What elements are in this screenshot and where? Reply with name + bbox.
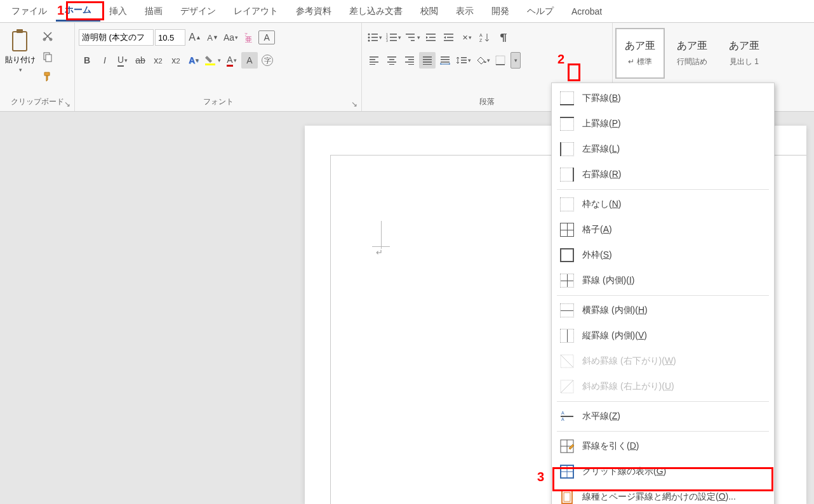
copy-button[interactable] xyxy=(39,48,56,65)
text-effects-button[interactable]: A▾ xyxy=(185,52,202,69)
svg-rect-43 xyxy=(408,64,414,65)
brush-icon xyxy=(42,71,53,83)
outdent-icon xyxy=(425,32,437,43)
menu-border-inside[interactable]: 罫線 (内側)(I) xyxy=(552,268,774,293)
dialog-launcher-icon[interactable]: ↘ xyxy=(350,100,359,109)
line-spacing-button[interactable]: ▾ xyxy=(455,52,472,69)
italic-button[interactable]: I xyxy=(97,52,113,69)
align-center-icon xyxy=(387,56,397,65)
svg-rect-25 xyxy=(429,37,436,38)
enclose-char-button[interactable]: 字 xyxy=(259,52,276,69)
font-size-select[interactable] xyxy=(155,29,185,46)
tab-draw[interactable]: 描画 xyxy=(136,2,171,21)
group-font: A▲ A▼ Aa▾ ア亜 A B I U▾ ab x2 x2 A▾ ▾ A▾ A… xyxy=(75,23,362,111)
distribute-button[interactable] xyxy=(437,52,453,69)
paste-button[interactable]: 貼り付け ▾ xyxy=(4,25,37,75)
menu-border-top[interactable]: 上罫線(P) xyxy=(552,111,774,136)
pencil-border-icon xyxy=(560,439,574,453)
menu-border-left[interactable]: 左罫線(L) xyxy=(552,136,774,162)
shading-button[interactable]: ▾ xyxy=(474,52,491,69)
shrink-font-button[interactable]: A▼ xyxy=(204,29,221,46)
align-right-button[interactable] xyxy=(401,52,418,69)
subscript-button[interactable]: x2 xyxy=(150,52,166,69)
tab-insert[interactable]: 挿入 xyxy=(100,2,136,21)
svg-text:亜: 亜 xyxy=(245,36,252,43)
enclose-characters-button[interactable]: A xyxy=(258,30,275,44)
menu-horizontal-line[interactable]: AA水平線(Z) xyxy=(552,404,774,429)
grow-font-button[interactable]: A▲ xyxy=(187,29,203,46)
underline-button[interactable]: U▾ xyxy=(114,52,131,69)
menu-border-inside-v[interactable]: 縦罫線 (内側)(V) xyxy=(552,323,774,348)
callout-box-3 xyxy=(552,467,773,491)
svg-rect-34 xyxy=(370,62,378,63)
highlight-button[interactable]: ▾ xyxy=(203,52,222,69)
style-heading1[interactable]: あア亜 見出し 1 xyxy=(719,28,769,79)
font-name-select[interactable] xyxy=(79,29,154,46)
menu-border-none[interactable]: 枠なし(N) xyxy=(552,192,774,217)
increase-indent-button[interactable] xyxy=(441,29,457,46)
tab-references[interactable]: 参考資料 xyxy=(287,2,340,21)
tab-developer[interactable]: 開発 xyxy=(483,2,518,21)
svg-rect-18 xyxy=(390,37,397,38)
group-label-font: フォント↘ xyxy=(75,95,361,111)
style-name: ↵ 標準 xyxy=(628,56,651,67)
show-marks-button[interactable] xyxy=(494,29,510,46)
menu-border-box[interactable]: 外枠(S) xyxy=(552,242,774,268)
svg-rect-26 xyxy=(426,40,436,41)
cut-button[interactable] xyxy=(39,28,56,44)
bold-button[interactable]: B xyxy=(79,52,95,69)
tab-mailings[interactable]: 差し込み文書 xyxy=(340,2,411,21)
menu-border-all[interactable]: 格子(A) xyxy=(552,217,774,242)
svg-text:A: A xyxy=(479,33,483,37)
svg-point-13 xyxy=(368,40,370,42)
char-shading-button[interactable]: A xyxy=(241,52,258,69)
style-preview: あア亜 xyxy=(625,39,655,53)
font-color-button[interactable]: A▾ xyxy=(224,52,240,69)
menu-border-right[interactable]: 右罫線(R) xyxy=(552,162,774,187)
svg-rect-38 xyxy=(387,62,396,63)
tab-help[interactable]: ヘルプ xyxy=(518,2,563,21)
tab-view[interactable]: 表示 xyxy=(447,2,483,21)
svg-rect-5 xyxy=(46,55,51,62)
style-preview: あア亜 xyxy=(677,39,707,53)
menu-draw-border[interactable]: 罫線を引く(D) xyxy=(552,434,774,459)
multilevel-list-button[interactable]: ▾ xyxy=(404,29,422,46)
numbering-button[interactable]: 123▾ xyxy=(385,29,403,46)
menu-border-inside-h[interactable]: 横罫線 (内側)(H) xyxy=(552,298,774,323)
tab-acrobat[interactable]: Acrobat xyxy=(563,3,611,20)
svg-rect-51 xyxy=(461,57,467,58)
tab-layout[interactable]: レイアウト xyxy=(225,2,287,21)
align-center-button[interactable] xyxy=(384,52,400,69)
align-left-button[interactable] xyxy=(366,52,382,69)
tab-design[interactable]: デザイン xyxy=(171,2,225,21)
diag-up-icon xyxy=(560,380,574,394)
sort-button[interactable]: AZ xyxy=(476,29,493,46)
superscript-button[interactable]: x2 xyxy=(168,52,184,69)
borders-button[interactable] xyxy=(493,52,509,69)
borders-dropdown-button[interactable]: ▾ xyxy=(510,52,521,69)
borders-menu: 下罫線(B) 上罫線(P) 左罫線(L) 右罫線(R) 枠なし(N) 格子(A)… xyxy=(551,83,775,504)
style-normal[interactable]: あア亜 ↵ 標準 xyxy=(615,28,665,79)
tab-file[interactable]: ファイル xyxy=(3,2,56,21)
menu-border-bottom[interactable]: 下罫線(B) xyxy=(552,86,774,111)
dialog-launcher-icon[interactable]: ↘ xyxy=(63,100,72,109)
justify-button[interactable] xyxy=(419,52,436,69)
format-painter-button[interactable] xyxy=(39,69,56,85)
decrease-indent-button[interactable] xyxy=(423,29,439,46)
paste-label: 貼り付け xyxy=(5,55,36,65)
phonetic-guide-button[interactable]: ア亜 xyxy=(241,29,257,46)
callout-box-1 xyxy=(66,1,104,20)
change-case-button[interactable]: Aa▾ xyxy=(222,29,239,46)
strikethrough-button[interactable]: ab xyxy=(132,52,149,69)
group-label-clipboard: クリップボード↘ xyxy=(0,95,74,111)
menu-separator xyxy=(557,295,769,296)
svg-rect-8 xyxy=(205,63,215,65)
tab-review[interactable]: 校閲 xyxy=(411,2,447,21)
style-no-spacing[interactable]: あア亜 行間詰め xyxy=(667,28,717,79)
svg-rect-41 xyxy=(408,59,414,60)
paragraph-mark-icon: ↵ xyxy=(376,248,383,257)
svg-rect-37 xyxy=(389,59,394,60)
text-direction-button[interactable]: ✕▾ xyxy=(458,29,475,46)
bullets-button[interactable]: ▾ xyxy=(366,29,384,46)
justify-icon xyxy=(422,56,432,65)
